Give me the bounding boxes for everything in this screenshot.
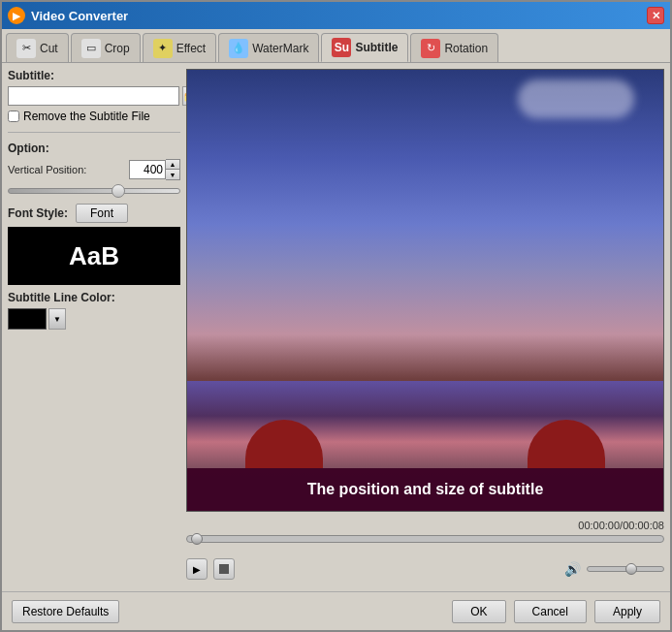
tab-rotation-label: Rotation (444, 42, 488, 55)
subtitle-line-color-label: Subtitle Line Color: (8, 291, 180, 304)
color-box[interactable] (8, 308, 47, 330)
vertical-position-spinbox: 400 ▲ ▼ (129, 159, 180, 180)
volume-thumb[interactable] (625, 563, 637, 575)
color-row: ▼ (8, 308, 180, 330)
subtitle-icon: Su (332, 38, 351, 57)
cancel-button[interactable]: Cancel (514, 600, 587, 623)
close-button[interactable]: ✕ (647, 7, 664, 24)
progress-thumb[interactable] (191, 533, 203, 545)
font-button[interactable]: Font (76, 204, 128, 223)
tab-watermark-label: WaterMark (252, 42, 308, 55)
apply-button[interactable]: Apply (594, 600, 660, 623)
time-row: 00:00:00 / 00:00:08 (186, 520, 664, 531)
content-area: Subtitle: 📁 Remove the Subtitle File Opt… (2, 63, 670, 591)
spin-down-button[interactable]: ▼ (166, 170, 179, 179)
tab-subtitle-label: Subtitle (355, 41, 398, 54)
bottom-bar: Restore Defaults OK Cancel Apply (2, 591, 670, 630)
subtitle-bar: The position and size of subtitle (187, 468, 663, 511)
main-window: ▶ Video Converter ✕ ✂ Cut ▭ Crop ✦ Effec… (0, 0, 672, 632)
font-preview-text: AaB (69, 241, 119, 271)
volume-icon: 🔊 (564, 561, 581, 577)
font-style-label: Font Style: (8, 206, 68, 220)
restore-defaults-button[interactable]: Restore Defaults (12, 600, 119, 623)
remove-subtitle-label: Remove the Subtitle File (23, 110, 150, 123)
tab-cut[interactable]: ✂ Cut (6, 33, 69, 62)
video-preview: The position and size of subtitle (186, 69, 664, 512)
vertical-pos-row: Vertical Position: 400 ▲ ▼ (8, 159, 180, 180)
subtitle-input-row: 📁 (8, 86, 180, 106)
volume-slider[interactable] (587, 566, 664, 572)
tab-watermark[interactable]: 💧 WaterMark (218, 33, 319, 62)
tab-bar: ✂ Cut ▭ Crop ✦ Effect 💧 WaterMark Su Sub… (2, 29, 670, 63)
tab-rotation[interactable]: ↻ Rotation (410, 33, 498, 62)
crop-icon: ▭ (81, 39, 101, 58)
app-icon: ▶ (8, 7, 25, 24)
subtitle-file-input[interactable] (8, 86, 179, 106)
spin-up-button[interactable]: ▲ (166, 160, 179, 170)
separator-1 (8, 132, 180, 133)
rotation-icon: ↻ (421, 39, 440, 58)
tab-effect-label: Effect (176, 42, 206, 55)
right-panel: The position and size of subtitle 00:00:… (186, 69, 664, 585)
cut-icon: ✂ (16, 39, 36, 58)
color-group: Subtitle Line Color: ▼ (8, 291, 180, 330)
remove-subtitle-checkbox[interactable] (8, 111, 19, 122)
remove-subtitle-row: Remove the Subtitle File (8, 110, 180, 123)
ok-button[interactable]: OK (452, 600, 505, 623)
vertical-position-label: Vertical Position: (8, 164, 86, 175)
watermark-icon: 💧 (229, 39, 248, 58)
tab-crop[interactable]: ▭ Crop (71, 33, 141, 62)
font-style-group: Font Style: Font AaB (8, 204, 180, 285)
playback-controls: 00:00:00 / 00:00:08 ▶ 🔊 (186, 516, 664, 585)
slider-thumb[interactable] (112, 184, 125, 198)
tab-crop-label: Crop (105, 42, 130, 55)
subtitle-label: Subtitle: (8, 69, 180, 82)
effect-icon: ✦ (153, 39, 173, 58)
vertical-position-input[interactable]: 400 (129, 160, 166, 179)
title-bar: ▶ Video Converter ✕ (2, 2, 670, 29)
tab-subtitle[interactable]: Su Subtitle (321, 33, 408, 62)
vertical-position-slider[interactable] (8, 188, 180, 194)
option-label: Option: (8, 142, 180, 155)
time-current: 00:00:00 (578, 520, 620, 531)
controls-row: ▶ 🔊 (186, 556, 664, 582)
play-button[interactable]: ▶ (186, 558, 208, 580)
tab-cut-label: Cut (40, 42, 58, 55)
tab-effect[interactable]: ✦ Effect (143, 33, 216, 62)
window-title: Video Converter (31, 9, 128, 23)
left-panel: Subtitle: 📁 Remove the Subtitle File Opt… (8, 69, 180, 585)
font-style-row: Font Style: Font (8, 204, 180, 223)
time-total: 00:00:08 (623, 520, 664, 531)
subtitle-group: Subtitle: 📁 Remove the Subtitle File (8, 69, 180, 123)
color-dropdown-button[interactable]: ▼ (48, 308, 66, 330)
video-background: The position and size of subtitle (187, 70, 663, 511)
spin-buttons: ▲ ▼ (166, 159, 180, 180)
subtitle-text-display: The position and size of subtitle (307, 481, 544, 498)
progress-bar[interactable] (186, 535, 664, 543)
font-preview: AaB (8, 227, 180, 285)
option-group: Option: Vertical Position: 400 ▲ ▼ (8, 142, 180, 198)
stop-button[interactable] (213, 558, 235, 580)
video-clouds (518, 79, 634, 118)
